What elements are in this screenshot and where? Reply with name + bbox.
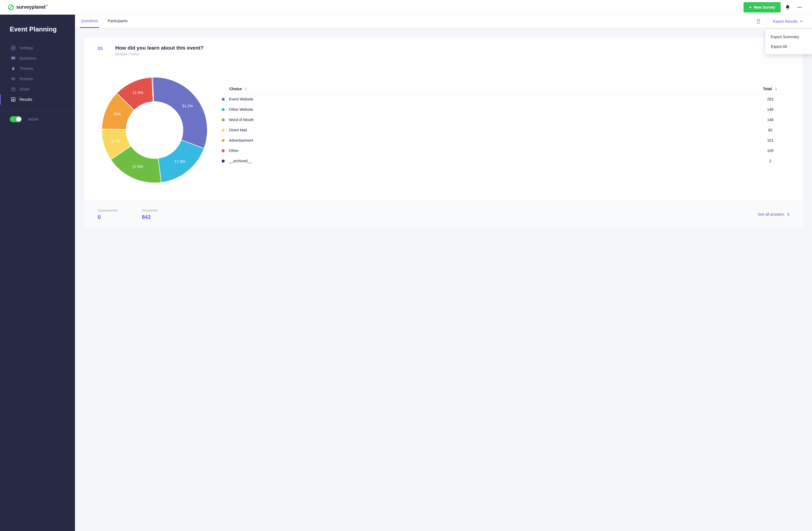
- table-row: Event Website263: [219, 94, 789, 104]
- cell-choice: Event Website: [219, 97, 751, 101]
- stat-value: 0: [98, 214, 117, 220]
- cell-total: 100: [751, 149, 789, 153]
- sidebar-item-share[interactable]: Share: [0, 84, 75, 94]
- svg-rect-11: [12, 99, 13, 100]
- legend-dot: [222, 98, 224, 101]
- donut-slice: [153, 77, 207, 149]
- svg-rect-5: [11, 46, 15, 50]
- table-header: Choice ▲▼ Total ▲▼: [219, 84, 789, 94]
- stat-label: Answered: [142, 208, 158, 212]
- choice-label: Other Website: [229, 107, 253, 112]
- svg-rect-8: [11, 57, 15, 59]
- export-results-button[interactable]: Export Results: [773, 19, 803, 24]
- legend-dot: [222, 139, 224, 142]
- results-tabs: Questions Participants: [80, 15, 129, 28]
- tab-label: Participants: [108, 19, 128, 23]
- cell-choice: __archived__: [219, 159, 751, 163]
- export-results-menu: Export Summary Export All: [766, 29, 812, 54]
- sidebar-item-settings[interactable]: Settings: [0, 43, 75, 53]
- table-row: __archived__2: [219, 156, 789, 166]
- results-icon: [11, 97, 16, 102]
- slice-percent-label: 12%: [113, 112, 121, 116]
- export-menu-label: Export Summary: [771, 35, 799, 39]
- see-all-label: See all answers: [758, 212, 784, 216]
- cell-total: 263: [751, 97, 789, 101]
- logo-mark-icon: [8, 4, 14, 11]
- sort-icon: ▲▼: [245, 87, 248, 91]
- choice-label: Word of Mouth: [229, 117, 254, 122]
- notifications-button[interactable]: [783, 2, 793, 12]
- legend-dot: [222, 159, 224, 163]
- sidebar-item-label: Share: [19, 87, 29, 91]
- slice-percent-label: 31.2%: [182, 104, 193, 108]
- sidebar-item-preview[interactable]: Preview: [0, 74, 75, 84]
- column-choice[interactable]: Choice ▲▼: [219, 87, 751, 91]
- survey-title: Event Planning: [0, 15, 75, 41]
- results-table: Choice ▲▼ Total ▲▼ Event Website263Other…: [219, 84, 789, 166]
- stat-label: Unanswered: [98, 208, 117, 212]
- sort-icon: ▲▼: [775, 87, 778, 91]
- svg-rect-6: [12, 47, 13, 49]
- question-number: Q1: [98, 46, 103, 51]
- legend-dot: [222, 129, 224, 132]
- svg-rect-13: [14, 100, 14, 100]
- chevron-right-icon: [787, 213, 789, 216]
- content: Q1 How did you learn about this event? M…: [75, 28, 812, 531]
- export-all-item[interactable]: Export All: [766, 42, 812, 52]
- questions-icon: [11, 56, 16, 61]
- svg-point-2: [798, 7, 798, 8]
- active-toggle[interactable]: ✓: [10, 116, 21, 122]
- new-survey-button[interactable]: + New Survey: [743, 2, 781, 12]
- brand-logo[interactable]: surveyplanet™: [8, 4, 48, 11]
- sidebar-item-themes[interactable]: Themes: [0, 64, 75, 74]
- question-footer: Unanswered 0 Answered 842 See all answer…: [84, 200, 803, 228]
- sidebar-item-questions[interactable]: Questions: [0, 53, 75, 64]
- active-toggle-row: ✓ Active: [0, 116, 75, 122]
- svg-rect-7: [14, 47, 14, 49]
- choice-label: Other: [229, 149, 238, 153]
- donut-chart: 31.2%17.3%17.6%9.7%12%11.9%: [98, 76, 212, 184]
- tab-participants[interactable]: Participants: [107, 15, 129, 28]
- question-card: Q1 How did you learn about this event? M…: [84, 37, 803, 228]
- column-total[interactable]: Total ▲▼: [751, 87, 789, 91]
- slice-percent-label: 17.6%: [132, 165, 143, 169]
- stat-answered: Answered 842: [142, 208, 158, 220]
- slice-percent-label: 9.7%: [111, 139, 120, 143]
- svg-rect-12: [13, 99, 14, 100]
- sidebar-item-results[interactable]: Results: [0, 94, 75, 104]
- legend-dot: [222, 118, 224, 121]
- cell-total: 2: [751, 159, 789, 163]
- sidebar-divider: [0, 111, 75, 111]
- see-all-answers-link[interactable]: See all answers: [758, 212, 789, 216]
- sidebar-item-label: Questions: [19, 56, 37, 60]
- stat-unanswered: Unanswered 0: [98, 208, 117, 220]
- cell-choice: Direct Mail: [219, 128, 751, 132]
- cell-total: 101: [751, 138, 789, 142]
- choice-label: Direct Mail: [229, 128, 247, 132]
- sidebar-nav: Settings Questions Themes Preview Share …: [0, 41, 75, 104]
- table-row: Other100: [219, 145, 789, 156]
- tab-questions[interactable]: Questions: [80, 15, 99, 28]
- sidebar-item-label: Themes: [19, 66, 33, 71]
- cell-total: 146: [751, 107, 789, 112]
- new-survey-label: New Survey: [754, 5, 775, 10]
- preview-icon: [11, 76, 16, 81]
- column-label: Total: [763, 87, 772, 91]
- delete-button[interactable]: [754, 17, 763, 26]
- toggle-knob: [16, 117, 21, 122]
- main: Questions Participants Export Results Ex…: [75, 15, 812, 531]
- export-summary-item[interactable]: Export Summary: [766, 32, 812, 42]
- legend-dot: [222, 108, 224, 111]
- chevron-up-icon: [800, 20, 803, 23]
- question-header: Q1 How did you learn about this event? M…: [84, 37, 803, 62]
- brand-name: surveyplanet™: [16, 4, 48, 10]
- slice-percent-label: 17.3%: [174, 159, 185, 164]
- tab-label: Questions: [81, 19, 98, 23]
- topbar: surveyplanet™ + New Survey: [0, 0, 812, 15]
- export-menu-label: Export All: [771, 44, 787, 49]
- more-menu-button[interactable]: [795, 2, 804, 12]
- plus-icon: +: [749, 5, 751, 10]
- export-results-label: Export Results: [773, 19, 798, 24]
- svg-point-4: [801, 7, 801, 8]
- column-label: Choice: [229, 87, 242, 91]
